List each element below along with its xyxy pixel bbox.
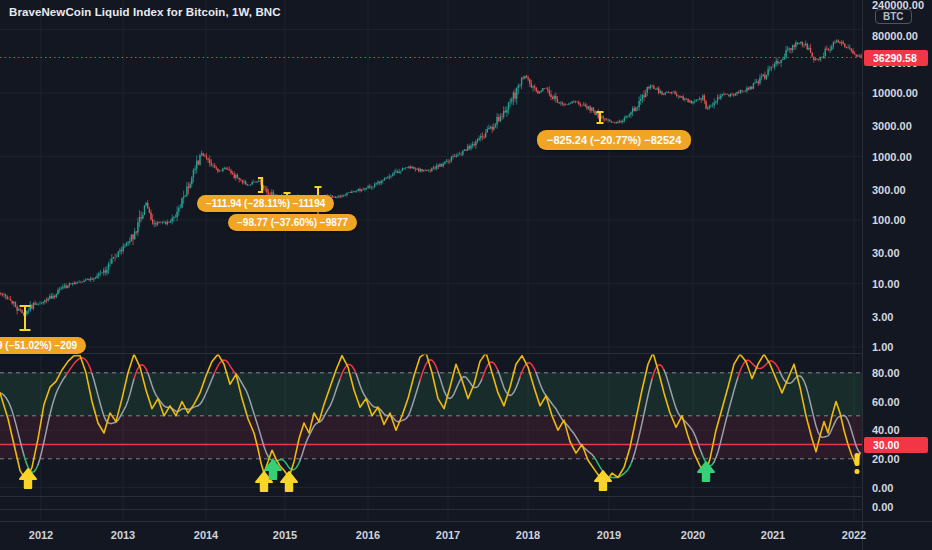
oscillator-tick: 40.00 — [872, 424, 900, 436]
chart-window: BraveNewCoin Liquid Index for Bitcoin, 1… — [0, 0, 932, 550]
oscillator-bands — [0, 373, 862, 459]
time-tick-2021: 2021 — [761, 529, 785, 541]
chart-title[interactable]: BraveNewCoin Liquid Index for Bitcoin, 1… — [9, 6, 281, 18]
price-tick: 30.00 — [872, 247, 900, 259]
time-tick-2022: 2022 — [842, 529, 866, 541]
pane-separators — [0, 0, 932, 550]
price-tick: 100.00 — [872, 214, 906, 226]
oscillator-tick: 60.00 — [872, 396, 900, 408]
time-axis[interactable]: 2012201320142015201620172018201920202021… — [0, 522, 932, 550]
time-tick-2020: 2020 — [681, 529, 705, 541]
change-callout[interactable]: −825.24 (−20.77%) −82524 — [537, 130, 691, 150]
time-tick-2015: 2015 — [273, 529, 297, 541]
price-tick: 80000.00 — [872, 30, 918, 42]
up-arrow-marker-yellow[interactable] — [281, 472, 297, 491]
price-tick: 10.00 — [872, 278, 900, 290]
time-tick-2014: 2014 — [194, 529, 218, 541]
oscillator-tick: 0.00 — [872, 482, 893, 494]
price-tick: 1000.00 — [872, 151, 912, 163]
price-tick: 300.00 — [872, 184, 906, 196]
price-tick: 3000.00 — [872, 120, 912, 132]
exclamation-marker[interactable] — [855, 453, 860, 474]
price-tick: 10000.00 — [872, 87, 918, 99]
oscillator-tick: 20.00 — [872, 453, 900, 465]
chart-canvas[interactable] — [0, 0, 932, 550]
time-tick-2016: 2016 — [356, 529, 380, 541]
candlestick-series — [1, 39, 861, 316]
price-range-marker[interactable] — [597, 112, 604, 123]
time-tick-2019: 2019 — [597, 529, 621, 541]
price-tick: 3.00 — [872, 311, 893, 323]
oscillator-level-label: 30.00 — [864, 437, 928, 453]
change-callout[interactable]: −98.77 (−37.60%) −9877 — [228, 214, 357, 231]
oscillator-tick: 80.00 — [872, 367, 900, 379]
btc-unit-badge[interactable]: BTC — [875, 9, 912, 24]
time-tick-2017: 2017 — [436, 529, 460, 541]
time-tick-2012: 2012 — [29, 529, 53, 541]
change-callout[interactable]: −111.94 (−28.11%) −11194 — [197, 195, 334, 212]
current-price-label: 36290.58 — [864, 50, 928, 66]
sub-pane-zero-tick: 0.00 — [872, 501, 893, 513]
change-callout[interactable]: 9 (−51.02%) −209 — [0, 337, 86, 354]
price-tick: 1.00 — [872, 341, 893, 353]
time-tick-2013: 2013 — [111, 529, 135, 541]
time-tick-2018: 2018 — [516, 529, 540, 541]
price-axis[interactable]: BTC 36290.58 30.00 240000.0080000.003000… — [862, 0, 932, 522]
